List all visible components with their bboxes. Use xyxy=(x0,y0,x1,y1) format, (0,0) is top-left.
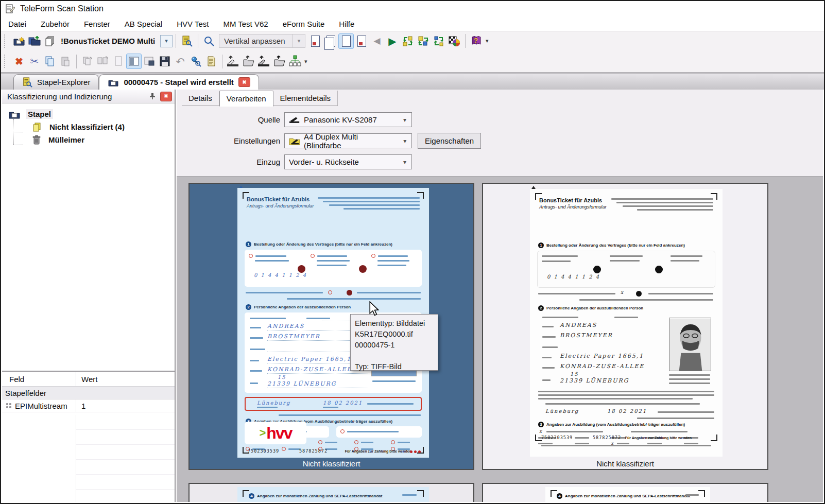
table-row-epimultistream[interactable]: EPIMultistream 1 xyxy=(2,399,175,412)
chevron-down-icon[interactable]: ▾ xyxy=(398,116,411,124)
zoom-mode-select[interactable]: Vertikal anpassen ▾ xyxy=(219,34,305,48)
start-scan-button[interactable]: ▶ xyxy=(385,33,400,49)
doc-title: BonusTicket für Azubis xyxy=(539,197,602,203)
import-folder-button[interactable] xyxy=(241,54,256,69)
tree-node-stapel[interactable]: Stapel xyxy=(8,108,175,120)
chevron-down-icon[interactable]: ▾ xyxy=(293,34,305,47)
quelle-label: Quelle xyxy=(177,115,280,124)
double-page-button[interactable] xyxy=(323,33,338,49)
menu-hilfe[interactable]: Hilfe xyxy=(332,18,362,30)
chevron-down-icon[interactable]: ▾ xyxy=(399,137,411,145)
tab-elementdetails[interactable]: Elementdetails xyxy=(273,91,338,106)
scanned-page-bw[interactable]: BonusTicket für Azubis Antrags- und Ände… xyxy=(530,189,723,457)
cut-button[interactable]: ✂ xyxy=(27,54,42,69)
einstellungen-label: Einstellungen xyxy=(177,136,280,145)
doc-section2: 2Persönliche Angaben der auszubildenden … xyxy=(538,305,717,311)
tree-node-nicht-klassifiziert[interactable]: Nicht klassifiziert (4) xyxy=(32,120,175,133)
doc-code1: 7502303539 xyxy=(541,435,573,440)
first-page-button[interactable] xyxy=(307,33,323,49)
blank-page-button[interactable] xyxy=(111,54,126,69)
scan-new-button[interactable] xyxy=(226,54,241,69)
previous-button[interactable]: ◀ xyxy=(369,33,385,49)
preview-pane-button[interactable] xyxy=(142,54,157,69)
scan-append-button[interactable] xyxy=(256,54,272,69)
einzug-select[interactable]: Vorder- u. Rückseite ▾ xyxy=(284,154,412,169)
doc-code2: 587825872 xyxy=(299,448,328,454)
tab-label: Stapel-Explorer xyxy=(37,78,90,86)
doc-subtitle: Antrags- und Änderungsformular xyxy=(539,204,607,210)
toolbar-grip[interactable] xyxy=(4,55,8,68)
hw-no: 15 xyxy=(570,371,579,377)
toolbar-separator xyxy=(198,34,198,48)
last-page-button[interactable] xyxy=(354,33,369,49)
save-button[interactable] xyxy=(157,54,173,69)
field-table: Feld Wert Stapelfelder EPIMultistream 1 xyxy=(2,371,175,502)
pin-zoom-button[interactable] xyxy=(188,54,203,69)
toolbar-overflow-button[interactable]: ▾ xyxy=(486,38,489,44)
tab-label: 00000475 - Stapel wird erstellt xyxy=(124,78,233,86)
pin-icon[interactable] xyxy=(149,93,156,100)
single-page-button[interactable] xyxy=(338,33,354,49)
thumbnail-page-3[interactable]: 4Angaben zur monatlichen Zahlung und SEP… xyxy=(188,483,474,502)
einstellungen-select[interactable]: A4 Duplex Multi (Blindfarbe ▾ xyxy=(284,133,412,148)
split-pages-button[interactable] xyxy=(95,54,111,69)
tab-stapel-explorer[interactable]: Stapel-Explorer xyxy=(13,74,99,90)
menu-datei[interactable]: Datei xyxy=(1,18,33,30)
delete-button[interactable]: ✖ xyxy=(11,54,27,69)
merge-pages-button[interactable] xyxy=(80,54,95,69)
panel-close-button[interactable]: ✖ xyxy=(160,92,172,101)
new-batch-button[interactable] xyxy=(11,33,27,49)
thumbnail-page-2[interactable]: BonusTicket für Azubis Antrags- und Ände… xyxy=(482,183,768,470)
paste-button[interactable] xyxy=(58,54,73,69)
undo-button[interactable]: ↶ xyxy=(173,54,188,69)
menu-mm-test-v62[interactable]: MM Test V62 xyxy=(216,18,275,30)
menu-eform-suite[interactable]: eForm Suite xyxy=(276,18,332,30)
hvv-logo: >hvv xyxy=(245,422,306,444)
menu-fenster[interactable]: Fenster xyxy=(77,18,117,30)
replace-page-button[interactable] xyxy=(416,33,431,49)
column-feld[interactable]: Feld xyxy=(2,375,76,384)
doc-fineprint xyxy=(541,445,711,446)
tab-verarbeiten[interactable]: Verarbeiten xyxy=(219,91,273,107)
column-wert[interactable]: Wert xyxy=(76,372,175,386)
tab-batch[interactable]: 00000475 - Stapel wird erstellt ✖ xyxy=(99,74,259,90)
batch-explorer-button[interactable] xyxy=(179,33,195,49)
toolbar-grip[interactable] xyxy=(4,34,8,48)
hierarchy-button[interactable] xyxy=(287,54,303,69)
tree-node-muelleimer[interactable]: Mülleimer xyxy=(32,133,175,146)
rescan-page-button[interactable] xyxy=(400,33,416,49)
mouse-cursor-icon xyxy=(369,301,380,319)
tab-details[interactable]: Details xyxy=(182,91,219,106)
view-tabstrip: Stapel-Explorer 00000475 - Stapel wird e… xyxy=(1,73,824,90)
thumbnail-page-4[interactable]: 4Angaben zur monatlichen Zahlung und SEP… xyxy=(482,483,768,502)
split-view-button[interactable] xyxy=(126,54,142,69)
doc-option-box xyxy=(336,426,422,438)
menu-hvv-test[interactable]: HVV Test xyxy=(169,18,216,30)
copy-button[interactable] xyxy=(42,54,58,69)
field-value[interactable]: 1 xyxy=(76,399,175,412)
template-dropdown-button[interactable]: ▾ xyxy=(160,35,173,47)
search-icon[interactable] xyxy=(201,33,217,49)
toolbar-overflow-button[interactable]: ▾ xyxy=(304,58,307,65)
batch-workspace: Details Verarbeiten Elementdetails Quell… xyxy=(177,90,823,502)
quelle-select[interactable]: Panasonic KV-S2087 ▾ xyxy=(284,112,412,127)
chevron-down-icon[interactable]: ▾ xyxy=(398,159,411,166)
hw-name: ANDREAS xyxy=(267,323,304,329)
menu-ab-special[interactable]: AB Special xyxy=(117,18,169,30)
log-button[interactable] xyxy=(203,54,219,69)
toolbar-separator xyxy=(222,55,222,68)
rotate-pages-button[interactable] xyxy=(431,33,446,49)
menu-zubehoer[interactable]: Zubehör xyxy=(33,18,77,30)
pages-stack-button[interactable] xyxy=(42,33,58,49)
eigenschaften-button[interactable]: Eigenschaften xyxy=(418,133,481,149)
doc-fineprint xyxy=(611,198,713,211)
doc-section1: 1Bestellung oder Änderung des Vertrages … xyxy=(538,242,717,248)
help-button[interactable]: ? xyxy=(469,33,484,49)
app-icon xyxy=(5,4,15,14)
doc-section2-box: ANDREAS BROSTMEYER Electric Paper 1665,1… xyxy=(537,314,715,389)
export-folder-button[interactable] xyxy=(272,54,287,69)
color-mode-button[interactable] xyxy=(446,33,462,49)
tab-close-button[interactable]: ✖ xyxy=(238,77,250,87)
open-batch-button[interactable] xyxy=(27,33,42,49)
svg-text:?: ? xyxy=(474,37,478,44)
